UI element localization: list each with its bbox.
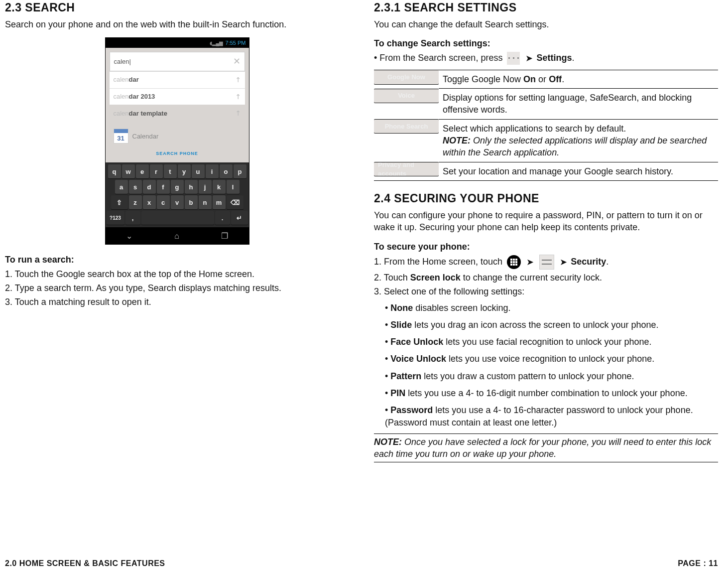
table-row: Phone Search Select which applications t… <box>374 119 718 162</box>
arrow-icon: ➤ <box>525 52 533 64</box>
key-backspace[interactable]: ⌫ <box>227 195 243 209</box>
step: 1. Touch the Google search box at the to… <box>5 268 349 280</box>
key-c[interactable]: c <box>157 195 170 209</box>
setting-desc: Toggle Google Now On or Off. <box>439 70 718 88</box>
list-item: • Slide lets you drag an icon across the… <box>385 319 718 331</box>
key-period[interactable]: . <box>215 211 230 225</box>
key-a[interactable]: a <box>115 180 128 194</box>
suggestion-row[interactable]: calendar ↖ <box>110 71 245 88</box>
heading-2-4: 2.4 SECURING YOUR PHONE <box>374 191 718 206</box>
insert-icon[interactable]: ↖ <box>233 91 243 102</box>
apps-icon <box>507 255 521 269</box>
key-r[interactable]: r <box>150 164 163 178</box>
nav-back-icon[interactable]: ⌄ <box>126 231 132 242</box>
search-input[interactable]: calen| ✕ <box>110 52 245 71</box>
search-phone-link[interactable]: SEARCH PHONE <box>110 146 245 158</box>
key-k[interactable]: k <box>213 180 226 194</box>
key-w[interactable]: w <box>122 164 135 178</box>
key-l[interactable]: l <box>227 180 240 194</box>
list-item: • Pattern lets you draw a custom pattern… <box>385 370 718 382</box>
key-y[interactable]: y <box>178 164 191 178</box>
left-column: 2.3 SEARCH Search on your phone and on t… <box>5 0 349 462</box>
step: 2. Touch Screen lock to change the curre… <box>374 272 718 284</box>
key-t[interactable]: t <box>164 164 177 178</box>
key-j[interactable]: j <box>199 180 212 194</box>
run-search-heading: To run a search: <box>5 254 349 266</box>
footer-page: PAGE : 11 <box>678 558 718 569</box>
step: 3. Touch a matching result to open it. <box>5 296 349 308</box>
intro-2-4: You can configure your phone to require … <box>374 209 718 234</box>
app-result-label: Calendar <box>132 132 159 141</box>
suggestion-row[interactable]: calendar 2013 ↖ <box>110 88 245 105</box>
key-q[interactable]: q <box>108 164 121 178</box>
run-search-steps: 1. Touch the Google search box at the to… <box>5 268 349 308</box>
key-n[interactable]: n <box>199 195 212 209</box>
key-h[interactable]: h <box>185 180 198 194</box>
secure-heading: To secure your phone: <box>374 241 718 253</box>
page-footer: 2.0 HOME SCREEN & BASIC FEATURES PAGE : … <box>5 558 718 569</box>
clear-icon[interactable]: ✕ <box>233 55 241 67</box>
key-enter[interactable]: ↵ <box>231 211 248 225</box>
footer-section: 2.0 HOME SCREEN & BASIC FEATURES <box>5 558 165 569</box>
key-s[interactable]: s <box>129 180 142 194</box>
key-comma[interactable]: , <box>125 211 140 225</box>
key-m[interactable]: m <box>213 195 226 209</box>
insert-icon[interactable]: ↖ <box>233 108 243 119</box>
insert-icon[interactable]: ↖ <box>233 74 243 85</box>
list-item: • Voice Unlock lets you use voice recogn… <box>385 353 718 365</box>
suggestion-row[interactable]: calendar template ↖ <box>110 105 245 122</box>
key-d[interactable]: d <box>143 180 156 194</box>
step: 1. From the Home screen, touch ➤ ➤ Secur… <box>374 255 718 270</box>
key-f[interactable]: f <box>157 180 170 194</box>
list-item: • Password lets you use a 4- to 16-chara… <box>385 404 718 429</box>
right-column: 2.3.1 SEARCH SETTINGS You can change the… <box>374 0 718 462</box>
setting-desc: Set your location and manage your Google… <box>439 162 718 180</box>
list-item: • PIN lets you use a 4- to 16-digit numb… <box>385 387 718 399</box>
phone-screenshot: ◖ ▂▄▆ 7:55 PM calen| ✕ calendar ↖ calend… <box>105 37 249 245</box>
calendar-icon: 31 <box>114 129 128 143</box>
key-v[interactable]: v <box>171 195 184 209</box>
key-p[interactable]: p <box>234 164 246 178</box>
key-e[interactable]: e <box>136 164 149 178</box>
step: 2. Type a search term. As you type, Sear… <box>5 282 349 294</box>
table-row: Privacy and accounts Set your location a… <box>374 162 718 180</box>
list-item: • Face Unlock lets you use facial recogn… <box>385 336 718 348</box>
lock-options: • None disables screen locking. • Slide … <box>385 302 718 429</box>
status-time: 7:55 PM <box>226 39 246 47</box>
key-shift[interactable]: ⇧ <box>111 195 128 209</box>
setting-name: Voice <box>374 89 439 103</box>
overflow-menu-icon <box>507 52 520 65</box>
key-g[interactable]: g <box>171 180 184 194</box>
table-row: Voice Display options for setting langua… <box>374 89 718 120</box>
search-text: calen| <box>114 57 131 66</box>
intro-2-3: Search on your phone and on the web with… <box>5 18 349 30</box>
key-x[interactable]: x <box>143 195 156 209</box>
app-result[interactable]: 31 Calendar <box>110 122 245 146</box>
nav-home-icon[interactable]: ⌂ <box>174 231 179 242</box>
setting-desc: Select which applications to search by d… <box>439 119 718 162</box>
nav-recent-icon[interactable]: ❐ <box>221 231 228 242</box>
setting-name: Phone Search <box>374 119 439 133</box>
setting-name: Privacy and accounts <box>374 162 439 176</box>
key-z[interactable]: z <box>129 195 142 209</box>
keyboard: q w e r t y u i o p a s d f g h <box>106 162 249 227</box>
key-b[interactable]: b <box>185 195 198 209</box>
heading-2-3-1: 2.3.1 SEARCH SETTINGS <box>374 0 718 15</box>
key-i[interactable]: i <box>206 164 219 178</box>
nav-bar: ⌄ ⌂ ❐ <box>106 227 249 244</box>
change-settings-line: • From the Search screen, press ➤ Settin… <box>374 52 718 65</box>
secure-steps: 1. From the Home screen, touch ➤ ➤ Secur… <box>374 255 718 298</box>
settings-table: Google Now Toggle Google Now On or Off. … <box>374 70 718 181</box>
setting-desc: Display options for setting language, Sa… <box>439 89 718 120</box>
key-symbols[interactable]: ?123 <box>107 211 124 225</box>
list-item: • None disables screen locking. <box>385 302 718 314</box>
arrow-icon: ➤ <box>526 256 534 268</box>
note-box: NOTE: Once you have selected a lock for … <box>374 433 718 463</box>
table-row: Google Now Toggle Google Now On or Off. <box>374 70 718 88</box>
key-u[interactable]: u <box>192 164 205 178</box>
search-area: calen| ✕ calendar ↖ calendar 2013 ↖ cale… <box>106 48 249 162</box>
key-o[interactable]: o <box>220 164 233 178</box>
arrow-icon: ➤ <box>560 256 567 268</box>
change-settings-heading: To change Search settings: <box>374 37 718 49</box>
key-space[interactable] <box>141 211 214 225</box>
